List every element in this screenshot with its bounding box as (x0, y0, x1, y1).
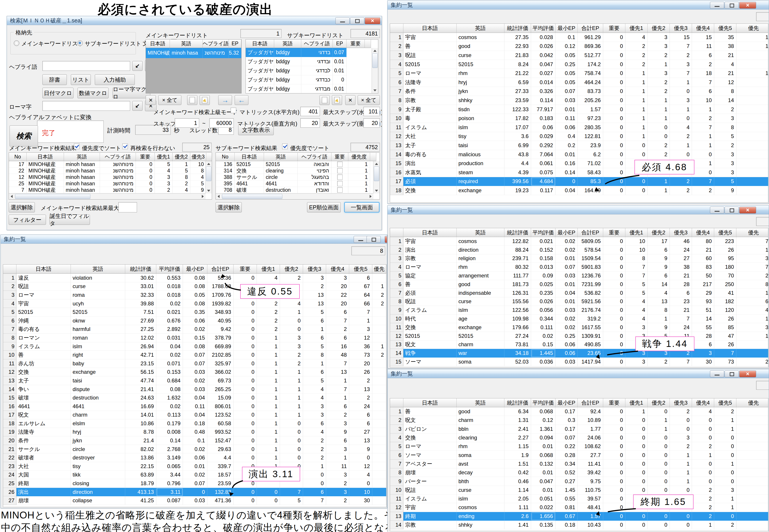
table-row[interactable]: 14宗教shhky1.410.1350.1810.43000012 (390, 521, 768, 529)
column-header[interactable]: 優先3 (190, 153, 206, 161)
column-header[interactable]: 平均評価 (531, 228, 555, 237)
column-header[interactable]: 平均評価 (531, 398, 555, 407)
delete-button[interactable]: × (146, 95, 156, 105)
minimize-button[interactable] (354, 236, 368, 243)
table-row[interactable]: 9イスラムislm26.940.040.08669.89013516361 (3, 342, 386, 351)
close-button[interactable]: × (739, 207, 756, 214)
column-header[interactable]: 日本語 (403, 24, 457, 33)
dictionary-button[interactable]: 辞書 (42, 74, 67, 85)
table-row[interactable]: 19法隆寺hryj8.780.0080.48993.520104927 (3, 428, 386, 437)
table-row[interactable]: 314交換clearingהפינוי1 (216, 168, 380, 174)
list-view-button[interactable]: 一覧画面 (344, 202, 379, 212)
agg-table[interactable]: 日本語英語統計評価平均評価最小EP合計EP重要優先1優先2優先3優先4優先5優先… (390, 228, 768, 367)
column-header[interactable]: 優先4 (692, 228, 714, 237)
table-row[interactable]: 8崩壊decay0.420.010.5239.42000100 (390, 468, 768, 477)
list-button[interactable]: リスト (71, 74, 91, 85)
hebrew-input[interactable] (42, 61, 130, 71)
delete-all-button[interactable]: × 全て (358, 95, 380, 105)
table-row[interactable]: 20条件jykn21.40.140.1152.470102613 (3, 436, 386, 445)
column-header[interactable]: 最小EP (555, 24, 578, 33)
column-header[interactable]: 英語 (71, 265, 125, 274)
table-row[interactable]: 7MINOH破産minoh hasanמינוחהשנ0249 (9, 187, 212, 193)
birthday-filter-button[interactable]: 誕生日でフィルタ (50, 215, 90, 225)
column-header[interactable]: 英語 (264, 153, 298, 161)
table-row[interactable]: 164641464116.690.020.11806.010113624 (3, 402, 386, 411)
filter-button[interactable]: フィルター (9, 215, 46, 225)
scrollbar-thumb[interactable] (372, 53, 378, 68)
column-header[interactable]: 優先1 (155, 153, 172, 161)
column-header[interactable]: 優先2 (280, 265, 303, 274)
table-row[interactable]: 16水蒸気steam4.390.0750.1458.43001303 (390, 168, 768, 177)
scroll-left-icon[interactable] (11, 195, 13, 198)
column-header[interactable]: 重要 (603, 228, 625, 237)
agg-table[interactable]: 日本語英語統計評価平均評価最小EP合計EP重要優先1優先2優先3優先4優先5優先… (3, 264, 386, 507)
column-header[interactable]: 統計評価 (504, 24, 531, 33)
maximize-button[interactable] (367, 236, 381, 243)
no-research-checkbox[interactable] (122, 144, 128, 149)
table-row[interactable]: 11交換exchange179.660.1110.021617.55039245… (390, 323, 768, 332)
important-checkbox[interactable] (337, 174, 343, 180)
column-header[interactable]: 優先 (372, 265, 386, 274)
table-row[interactable]: 8宗教shhky23.590.1140.03205.2601131014 (390, 96, 768, 105)
table-row[interactable]: 15破壊destruction24.631.6320.0415.09011412 (3, 394, 386, 402)
column-header[interactable]: ヘブライ語 (298, 153, 331, 161)
scrollbar-thumb[interactable] (222, 194, 282, 199)
column-header[interactable]: 優先4 (692, 24, 714, 33)
column-header[interactable]: 合計EP (207, 265, 234, 274)
sub-results-table[interactable]: No日本語英語ヘブライ語重要優先度1365201552015והבואה1314… (216, 152, 380, 200)
table-row[interactable]: 17呪文charm14.010.1130.04123.52011326 (3, 411, 386, 419)
table-row[interactable]: 4交換clearing2.270.0940.0724.06000300 (390, 433, 768, 442)
agg-table[interactable]: 日本語英語統計評価平均評価最小EP合計EP重要優先1優先2優先3優先4優先5優先… (390, 24, 768, 203)
table-row[interactable]: 15ソーマsoma52.030.0360.031417.94032730732 (390, 358, 768, 366)
table-row[interactable]: 9太子殿tisdn122.3377.9170.011.57011112 (390, 105, 768, 114)
important-checkbox[interactable] (337, 162, 343, 167)
column-header[interactable]: 優先5 (714, 24, 736, 33)
minimize-button[interactable] (710, 370, 724, 377)
table-row[interactable]: 10毒poison17.820.1830.1197.23011023 (390, 114, 768, 123)
table-row[interactable]: 2呪詛curse33.010.0180.081788.68220671 (3, 282, 386, 291)
minimize-button[interactable] (710, 2, 724, 9)
column-header[interactable]: 日本語 (403, 398, 457, 407)
table-row[interactable]: 12大社tisy3.60.0290.4122.81010215 (390, 132, 768, 141)
table-row[interactable]: 8呪詛curse155.560.0260.015921.560413239318… (390, 297, 768, 306)
scroll-up-icon[interactable] (373, 50, 377, 52)
column-header[interactable]: 優先3 (670, 24, 692, 33)
horizontal-scrollbar[interactable] (9, 193, 206, 199)
maximize-button[interactable] (725, 370, 739, 377)
table-row[interactable]: 13太子taisi6.990.2920.223.9002112 (390, 141, 768, 150)
deselect-button-2[interactable]: 選択解除 (216, 202, 242, 212)
column-header[interactable]: 英語 (64, 153, 100, 161)
column-header[interactable]: 英語 (274, 40, 301, 48)
table-row[interactable]: 14戦争war34.181.4450.0623.65033237 (390, 349, 768, 358)
sort-priority-checkbox[interactable] (74, 144, 79, 149)
column-header[interactable]: 最小EP (555, 228, 578, 237)
column-header[interactable]: 優先4 (692, 398, 714, 407)
table-row[interactable]: 7条件jykn27.330.3260.0783.73012068 (390, 87, 768, 96)
input-assist-button[interactable]: 入力補助 (95, 74, 135, 85)
move-right-button[interactable]: → (218, 95, 232, 105)
important-checkbox[interactable] (337, 187, 343, 193)
table-row[interactable]: MINOH破minoh hasaמינוחהשנ25.32 (146, 48, 241, 58)
table-row[interactable]: 388サークルcircleבהמעגל1 (216, 174, 380, 180)
table-row[interactable]: 12MINOH破産minoh hasanמינוחהשנ0384 (9, 174, 212, 180)
table-row[interactable]: 25終期closing18.790.7960.0723.590020 (3, 479, 386, 488)
maximize-button[interactable] (350, 17, 364, 24)
column-header[interactable]: ヘブライ語 (100, 153, 136, 161)
table-row[interactable]: 5ローマrhm1.150.010.22108.62000220 (390, 442, 768, 451)
column-header[interactable]: 合計EP (578, 398, 603, 407)
table-row[interactable]: 12交換exchange56.150.1530.03366.0201161326 (3, 368, 386, 377)
column-header[interactable]: No (216, 153, 235, 161)
column-header[interactable]: 日本語 (16, 265, 71, 274)
date-macro-button[interactable]: 日付マクロ (42, 88, 73, 98)
table-row[interactable]: 7アベスターavst1.510.1320.3411.41000101 (390, 460, 768, 468)
scroll-up-icon[interactable] (375, 163, 378, 165)
column-header[interactable]: 優先1 (257, 265, 280, 274)
column-header[interactable]: 優先5 (714, 398, 736, 407)
minimize-button[interactable] (710, 207, 724, 214)
matrix-h-field[interactable]: 401 (300, 107, 320, 116)
table-row[interactable]: 11イスラムislm17.070.060.06280.35010478 (390, 123, 768, 132)
table-row[interactable]: ブッダガヤbddgyלבדדגי0.01 (246, 66, 378, 75)
step-h-field[interactable]: 101 (363, 107, 380, 116)
scroll-left-icon[interactable] (218, 195, 220, 198)
column-header[interactable]: 重要 (331, 153, 348, 161)
